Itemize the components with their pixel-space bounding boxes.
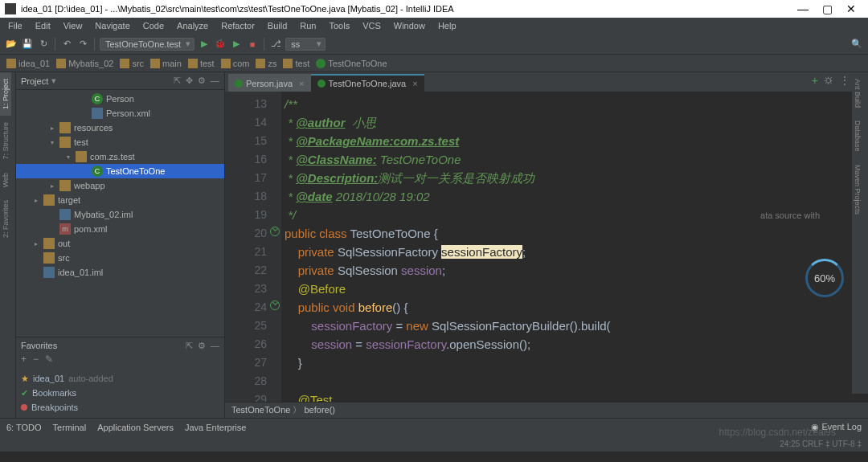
run-gutter-icon[interactable] [270, 301, 280, 310]
code-content[interactable]: /** * @author 小思 * @PackageName:com.zs.t… [281, 92, 868, 402]
add-icon[interactable]: + [812, 74, 818, 87]
menu-window[interactable]: Window [389, 20, 430, 31]
run-config-selector[interactable]: TestOneToOne.test [100, 38, 194, 51]
gear-icon[interactable]: ⚙ [198, 341, 206, 351]
tool-window-tab[interactable]: Ant Build [852, 72, 863, 114]
tree-node[interactable]: CTestOneToOne [16, 164, 224, 178]
bottom-tool-button[interactable]: Java Enterprise [185, 423, 246, 432]
gear-icon[interactable]: ⚙ [198, 76, 206, 86]
menu-help[interactable]: Help [433, 20, 461, 31]
close-tab-icon[interactable]: × [412, 79, 417, 88]
tool-window-tab[interactable]: 2: Favorites [0, 194, 11, 244]
tree-node[interactable]: idea_01.iml [16, 265, 224, 280]
code-line[interactable]: * @date 2018/10/28 19:02 [285, 187, 868, 206]
favorite-item[interactable]: ✔Bookmarks [21, 386, 219, 400]
save-icon[interactable]: 💾 [21, 38, 34, 51]
editor-tab[interactable]: TestOneToOne.java× [311, 74, 424, 92]
code-line[interactable]: * @ClassName: TestOneToOne [285, 150, 868, 169]
tool-window-tab[interactable]: 7: Structure [0, 116, 11, 166]
edit-icon[interactable]: ✎ [45, 354, 53, 368]
crumb-item[interactable]: test [283, 59, 309, 68]
collapse-icon[interactable]: ⇱ [174, 76, 181, 86]
stop-icon[interactable]: ■ [246, 38, 259, 51]
tree-node[interactable]: CPerson [16, 92, 224, 106]
tree-node[interactable]: ▾com.zs.test [16, 149, 224, 164]
menu-file[interactable]: File [3, 20, 27, 31]
menu-view[interactable]: View [59, 20, 88, 31]
code-line[interactable]: sessionFactory = new SqlSessionFactoryBu… [285, 317, 868, 335]
code-line[interactable]: * @Description:测试一对一关系是否映射成功 [285, 169, 868, 187]
code-line[interactable]: } [285, 354, 868, 372]
code-line[interactable]: * @author 小思 [285, 113, 868, 132]
code-line[interactable]: session = sessionFactory.openSession(); [285, 335, 868, 354]
crumb-item[interactable]: Mybatis_02 [56, 59, 113, 68]
crumb-item[interactable]: zs [256, 59, 276, 68]
hide-icon[interactable]: — [211, 341, 219, 351]
coverage-icon[interactable]: ▶ [230, 38, 243, 51]
tree-node[interactable]: Mybatis_02.iml [16, 207, 224, 222]
tree-node[interactable]: ▾test [16, 135, 224, 149]
redo-icon[interactable]: ↷ [76, 38, 89, 51]
minimize-button[interactable]: — [791, 2, 815, 15]
menu-edit[interactable]: Edit [31, 20, 55, 31]
tree-node[interactable]: mpom.xml [16, 222, 224, 236]
add-icon[interactable]: + [21, 354, 27, 368]
favorite-item[interactable]: ★idea_01 auto-added [21, 371, 219, 386]
undo-icon[interactable]: ↶ [60, 38, 73, 51]
tree-node[interactable]: ▸target [16, 193, 224, 207]
tools-icon[interactable]: ⛭ [823, 74, 834, 87]
crumb-item[interactable]: TestOneToOne [316, 59, 387, 68]
maximize-button[interactable]: ▢ [815, 2, 839, 15]
close-tab-icon[interactable]: × [299, 79, 304, 88]
menu-tools[interactable]: Tools [324, 20, 354, 31]
crumb-item[interactable]: test [188, 59, 215, 68]
crumb-item[interactable]: main [150, 59, 182, 68]
code-line[interactable]: @Before [285, 280, 868, 298]
chevron-down-icon[interactable]: ▾ [51, 76, 56, 86]
bottom-tool-button[interactable]: 6: TODO [6, 423, 42, 432]
sync-icon[interactable]: ↻ [37, 38, 50, 51]
tree-node[interactable]: Person.xml [16, 106, 224, 121]
crumb-item[interactable]: com [221, 59, 250, 68]
more-icon[interactable]: ⋮ [839, 74, 850, 87]
remove-icon[interactable]: − [33, 354, 39, 368]
project-tree[interactable]: CPersonPerson.xml▸resources▾test▾com.zs.… [16, 90, 224, 337]
breadcrumb-bar[interactable]: TestOneToOne 〉 before() [225, 402, 868, 418]
favorite-item[interactable]: Breakpoints [21, 400, 219, 415]
tool-window-tab[interactable]: Maven Projects [852, 158, 863, 221]
code-line[interactable] [285, 372, 868, 390]
vcs-icon[interactable]: ⎇ [269, 38, 282, 51]
tree-node[interactable]: ▸webapp [16, 178, 224, 193]
code-editor[interactable]: 131415161718192021222324252627282930 /**… [225, 92, 868, 402]
tool-window-tab[interactable]: Web [0, 166, 11, 194]
run-gutter-icon[interactable] [270, 227, 280, 236]
open-icon[interactable]: 📂 [5, 38, 18, 51]
tool-window-tab[interactable]: Database [852, 114, 863, 158]
collapse-icon[interactable]: ⇱ [186, 341, 193, 351]
crumb-item[interactable]: src [120, 59, 144, 68]
debug-icon[interactable]: 🐞 [214, 38, 227, 51]
menu-vcs[interactable]: VCS [358, 20, 386, 31]
code-line[interactable]: private SqlSession session; [285, 261, 868, 280]
menu-refactor[interactable]: Refactor [216, 20, 260, 31]
code-line[interactable]: @Test [285, 390, 868, 402]
tree-node[interactable]: ▸out [16, 236, 224, 251]
tool-window-tab[interactable]: 1: Project [0, 72, 11, 116]
code-line[interactable]: * @PackageName:com.zs.test [285, 132, 868, 150]
menu-build[interactable]: Build [263, 20, 292, 31]
editor-tab[interactable]: Person.java× [228, 74, 311, 92]
menu-run[interactable]: Run [295, 20, 321, 31]
dropdown-ss[interactable]: ss [285, 38, 326, 51]
tree-node[interactable]: ▸resources [16, 121, 224, 135]
hide-icon[interactable]: — [211, 76, 219, 86]
menu-code[interactable]: Code [138, 20, 169, 31]
code-line[interactable]: private SqlSessionFactory sessionFactory… [285, 243, 868, 261]
menu-navigate[interactable]: Navigate [90, 20, 134, 31]
close-button[interactable]: ✕ [839, 2, 863, 15]
search-icon[interactable]: 🔍 [850, 38, 863, 51]
code-line[interactable]: public void before() { [285, 298, 868, 317]
code-line[interactable]: public class TestOneToOne { [285, 224, 868, 243]
code-line[interactable]: /** [285, 95, 868, 113]
crumb-item[interactable]: idea_01 [6, 59, 50, 68]
tree-node[interactable]: src [16, 251, 224, 265]
